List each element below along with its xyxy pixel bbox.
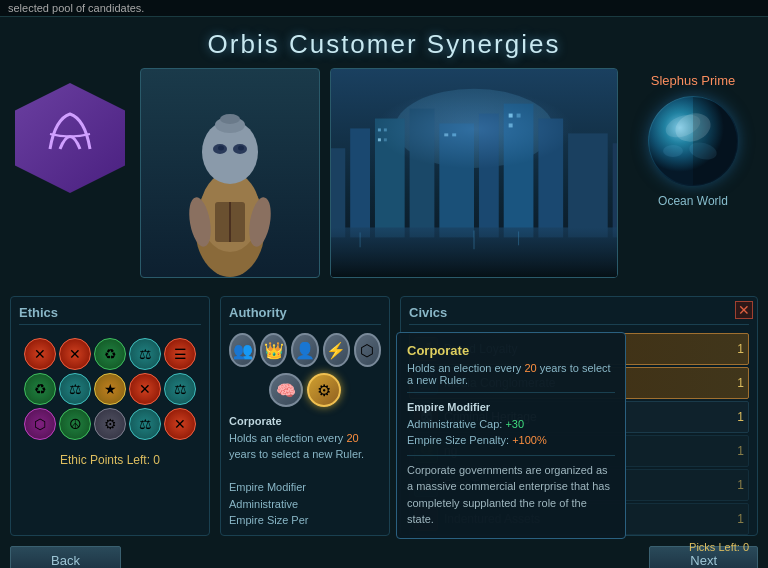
svg-point-11 [238,146,244,151]
civic-count-media: 1 [728,376,744,390]
planet-sphere [648,96,738,186]
civic-count-free-traders: 1 [728,478,744,492]
planet-panel: Slephus Prime Oce [628,68,758,288]
tooltip-mod2-value: +100% [512,434,547,446]
civic-count-ng: 1 [728,444,744,458]
auth-icon-imperial[interactable]: ⚡ [323,333,350,367]
authority-description: Corporate Holds an election every 20 yea… [229,413,381,529]
civics-title: Civics [409,305,749,325]
hexagon-shape [15,83,125,193]
svg-point-13 [220,114,240,124]
ethic-icon[interactable]: ✕ [59,338,91,370]
tooltip-years: 20 [524,362,536,374]
top-bar: selected pool of candidates. [0,0,768,17]
ethic-icon[interactable]: ✕ [129,373,161,405]
tooltip-subtitle: Holds an election every 20 years to sele… [407,362,615,386]
ethic-icon[interactable]: ☰ [164,338,196,370]
svg-rect-16 [331,148,345,237]
authority-panel: Authority 👥 👑 👤 ⚡ ⬡ 🧠 ⚙ Corporate Holds … [220,296,390,536]
character-panel [140,68,320,278]
auth-heading: Corporate [229,415,282,427]
ethic-points-label: Ethic Points Left: [60,453,150,467]
ethic-icon[interactable]: ✕ [164,408,196,440]
civic-count-indentured: 1 [728,512,744,526]
tooltip-mod2-label: Empire Size Penalty: [407,434,509,446]
ethic-icon[interactable]: ⬡ [24,408,56,440]
auth-icons-row-2: 🧠 ⚙ [229,373,381,407]
ethic-icon[interactable]: ⚖ [129,338,161,370]
auth-mod2: Empire Size Per [229,514,308,526]
svg-rect-24 [568,133,608,237]
tooltip-description: Corporate governments are organized as a… [407,462,615,528]
ethic-icon[interactable]: ⚙ [94,408,126,440]
cityscape-panel [330,68,618,278]
tooltip-mod1-label: Administrative Cap: [407,418,502,430]
tooltip-divider [407,392,615,393]
ethic-points-value: 0 [153,453,160,467]
svg-point-42 [663,145,683,157]
ethic-icon[interactable]: ♻ [24,373,56,405]
character-figure [170,97,290,277]
auth-icon-hive[interactable]: ⬡ [354,333,381,367]
ethic-points: Ethic Points Left: 0 [19,453,201,467]
civics-close-button[interactable]: ✕ [735,301,753,319]
auth-highlight: 20 [346,432,358,444]
auth-icon-machine[interactable]: 🧠 [269,373,303,407]
faction-symbol [40,109,100,168]
ethic-icon[interactable]: ♻ [94,338,126,370]
back-button[interactable]: Back [10,546,121,568]
civic-count-criminal: 1 [728,410,744,424]
topbar-text: selected pool of candidates. [8,2,144,14]
civic-count-brand-loyalty: 1 [728,342,744,356]
svg-rect-17 [350,128,370,237]
civics-footer: Picks Left: 0 [409,541,749,553]
ethic-icon[interactable]: ⚖ [129,408,161,440]
auth-line1: Holds an election every [229,432,346,444]
civics-picks-label: Picks Left: [689,541,743,553]
tooltip-mod1-value: +30 [505,418,524,430]
ethics-icons: ✕ ✕ ♻ ⚖ ☰ ♻ ⚖ ★ ✕ ⚖ ⬡ ☮ ⚙ ⚖ ✕ [19,333,201,445]
auth-icon-oligarchic[interactable]: 👑 [260,333,287,367]
ethic-icon[interactable]: ⚖ [164,373,196,405]
ethic-icon[interactable]: ✕ [24,338,56,370]
tooltip-title: Corporate [407,343,615,358]
auth-mod1: Administrative [229,498,298,510]
civics-picks-value: 0 [743,541,749,553]
sky-glow [374,89,574,169]
tooltip-mod-title: Empire Modifier [407,401,490,413]
content-area: Slephus Prime Oce [0,68,768,288]
ethics-title: Ethics [19,305,201,325]
svg-point-10 [218,146,224,151]
authority-title: Authority [229,305,381,325]
auth-icon-dictatorial[interactable]: 👤 [291,333,318,367]
ethic-icon[interactable]: ☮ [59,408,91,440]
auth-icons-row-1: 👥 👑 👤 ⚡ ⬡ [229,333,381,367]
auth-icon-democratic[interactable]: 👥 [229,333,256,367]
tooltip-modifier: Empire Modifier Administrative Cap: +30 … [407,399,615,449]
authority-tooltip: Corporate Holds an election every 20 yea… [396,332,626,539]
auth-icon-corporate[interactable]: ⚙ [307,373,341,407]
auth-line1b: years to select a new Ruler. [229,448,364,460]
bottom-section: Ethics ✕ ✕ ♻ ⚖ ☰ ♻ ⚖ ★ ✕ ⚖ ⬡ ☮ ⚙ ⚖ ✕ Eth… [0,296,768,536]
planet-type: Ocean World [658,194,728,208]
tooltip-divider2 [407,455,615,456]
planet-name: Slephus Prime [651,73,736,88]
auth-mod-title: Empire Modifier [229,481,306,493]
ethics-panel: Ethics ✕ ✕ ♻ ⚖ ☰ ♻ ⚖ ★ ✕ ⚖ ⬡ ☮ ⚙ ⚖ ✕ Eth… [10,296,210,536]
page-title: Orbis Customer Synergies [0,17,768,68]
ethic-icon[interactable]: ⚖ [59,373,91,405]
svg-rect-25 [613,143,617,237]
ethic-icon[interactable]: ★ [94,373,126,405]
faction-icon [10,78,130,198]
